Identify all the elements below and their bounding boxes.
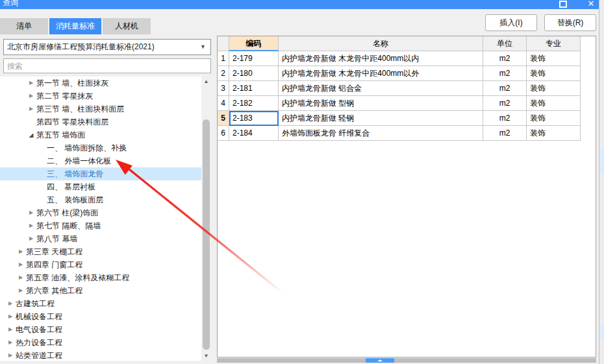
tab-rencaiji[interactable]: 人材机 [103,18,151,34]
maximize-button[interactable] [557,0,569,8]
insert-button[interactable]: 插入(I) [485,14,537,31]
code-cell[interactable]: 2-183 [229,111,279,126]
header-major[interactable]: 专业 [527,36,581,51]
scroll-up-icon[interactable]: ▲ [201,77,211,86]
tree-collapsed-icon[interactable]: ▶ [26,77,36,90]
standard-select[interactable]: 北京市房屋修缮工程预算消耗量标准(2021) ▼ [3,39,211,55]
row-number-cell[interactable]: 5 [218,111,229,126]
tree-item-label: 第八节 幕墙 [36,232,77,245]
code-cell[interactable]: 2-182 [229,96,279,111]
tree-collapsed-icon[interactable]: ▶ [26,232,36,245]
tree-item[interactable]: ▶站类管道工程 [0,349,201,361]
tree-collapsed-icon[interactable]: ▶ [16,284,26,297]
name-cell[interactable]: 内护墙龙骨新做 型钢 [279,96,483,111]
tree-collapsed-icon[interactable]: ▶ [26,90,36,103]
name-cell[interactable]: 内护墙龙骨新做 木龙骨中距400mm以外 [279,66,483,81]
replace-button[interactable]: 替换(R) [544,14,596,31]
tree-collapsed-icon[interactable]: ▶ [26,103,36,115]
unit-cell[interactable]: m2 [483,126,527,141]
tab-qingdan[interactable]: 清单 [0,18,48,34]
close-button[interactable]: ✕ [585,0,597,8]
expand-panel-button[interactable] [366,358,394,363]
scroll-down-icon[interactable]: ▼ [201,351,211,361]
code-cell[interactable]: 2-179 [229,51,279,66]
tree-item[interactable]: 一、 墙饰面拆除、补换 [0,141,201,154]
tree-item[interactable]: 二、 外墙一体化板 [0,154,201,167]
table-row[interactable]: 32-181内护墙龙骨新做 铝合金m2装饰 [218,81,581,96]
tree-item[interactable]: ▶第三章 天棚工程 [0,245,201,258]
major-cell[interactable]: 装饰 [527,66,581,81]
tree-item[interactable]: ▶热力设备工程 [0,336,201,349]
major-cell[interactable]: 装饰 [527,111,581,126]
table-row[interactable]: 12-179内护墙龙骨新做 木龙骨中距400mm以内m2装饰 [218,51,581,66]
row-number-cell[interactable]: 6 [218,126,229,141]
header-unit[interactable]: 单位 [483,36,527,51]
table-row[interactable]: 62-184外墙饰面板龙骨 纤维复合m2装饰 [218,126,581,141]
unit-cell[interactable]: m2 [483,111,527,126]
tree-item[interactable]: 五、 装饰板面层 [0,193,201,206]
unit-cell[interactable]: m2 [483,51,527,66]
standard-select-value: 北京市房屋修缮工程预算消耗量标准(2021) [7,42,155,51]
tree-collapsed-icon[interactable]: ▶ [26,206,36,219]
major-cell[interactable]: 装饰 [527,96,581,111]
code-cell[interactable]: 2-184 [229,126,279,141]
query-dialog: 查询 ✕ 清单 消耗量标准 人材机 北京市房屋修缮工程预算消耗量标准(2021)… [0,0,604,364]
bottom-splitter[interactable] [217,358,596,363]
header-name[interactable]: 名称 [279,36,483,51]
major-cell[interactable]: 装饰 [527,81,581,96]
tree-collapsed-icon[interactable]: ▶ [5,323,16,336]
tree-collapsed-icon[interactable]: ▶ [5,310,16,323]
tab-consumption-standard[interactable]: 消耗量标准 [49,18,101,34]
search-input[interactable] [3,58,211,73]
major-cell[interactable]: 装饰 [527,126,581,141]
tree-item[interactable]: ▶第八节 幕墙 [0,232,201,245]
tree-item[interactable]: ▶第七节 隔断、隔墙 [0,219,201,232]
table-row[interactable]: 22-180内护墙龙骨新做 木龙骨中距400mm以外m2装饰 [218,66,581,81]
background-row-band [600,148,604,174]
tree-item[interactable]: ▶第一节 墙、柱面抹灰 [0,77,201,90]
tree-item[interactable]: 三、 墙饰面龙骨 [0,167,201,180]
tree-collapsed-icon[interactable]: ▶ [5,297,16,310]
name-cell[interactable]: 内护墙龙骨新做 铝合金 [279,81,483,96]
tree-item[interactable]: ◢第五节 墙饰面 [0,128,201,141]
tree-scrollbar[interactable]: ▲ ▼ [201,77,211,361]
row-number-cell[interactable]: 4 [218,96,229,111]
tree-collapsed-icon[interactable]: ▶ [26,219,36,232]
tree-item[interactable]: ▶第六节 柱(梁)饰面 [0,206,201,219]
table-row[interactable]: 42-182内护墙龙骨新做 型钢m2装饰 [218,96,581,111]
tree-item[interactable]: ▶第二节 零星抹灰 [0,90,201,103]
tree-item[interactable]: ▶机械设备工程 [0,310,201,323]
tree-item[interactable]: ▶第三节 墙、柱面块料面层 [0,103,201,115]
code-cell[interactable]: 2-181 [229,81,279,96]
name-cell[interactable]: 内护墙龙骨新做 木龙骨中距400mm以内 [279,51,483,66]
unit-cell[interactable]: m2 [483,66,527,81]
tree-item[interactable]: 第四节 零星块料面层 [0,115,201,128]
tree-item[interactable]: ▶第四章 门窗工程 [0,258,201,271]
tree-item[interactable]: ▶电气设备工程 [0,323,201,336]
quota-table-panel: 编码 名称 单位 专业 12-179内护墙龙骨新做 木龙骨中距400mm以内m2… [217,36,596,358]
header-code[interactable]: 编码 [229,36,279,51]
table-row[interactable]: 52-183内护墙龙骨新做 轻钢m2装饰 [218,111,581,126]
name-cell[interactable]: 外墙饰面板龙骨 纤维复合 [279,126,483,141]
tree-collapsed-icon[interactable]: ▶ [16,271,26,284]
tree-collapsed-icon[interactable]: ▶ [16,245,26,258]
tree-item[interactable]: ▶古建筑工程 [0,297,201,310]
row-number-cell[interactable]: 2 [218,66,229,81]
major-cell[interactable]: 装饰 [527,51,581,66]
tree-collapsed-icon[interactable]: ▶ [16,258,26,271]
tree-item[interactable]: ▶第六章 其他工程 [0,284,201,297]
tree-expanded-icon[interactable]: ◢ [26,128,36,141]
row-number-cell[interactable]: 3 [218,81,229,96]
name-cell[interactable]: 内护墙龙骨新做 轻钢 [279,111,483,126]
tree-item-label: 五、 装饰板面层 [47,193,103,206]
unit-cell[interactable]: m2 [483,96,527,111]
tree-collapsed-icon[interactable]: ▶ [5,336,16,349]
title-bar[interactable]: 查询 ✕ [0,0,599,9]
tree-collapsed-icon[interactable]: ▶ [5,349,16,361]
scrollbar-thumb[interactable] [203,119,210,350]
tree-item[interactable]: 四、 基层衬板 [0,180,201,193]
tree-item[interactable]: ▶第五章 油漆、涂料及裱糊工程 [0,271,201,284]
code-cell[interactable]: 2-180 [229,66,279,81]
unit-cell[interactable]: m2 [483,81,527,96]
row-number-cell[interactable]: 1 [218,51,229,66]
